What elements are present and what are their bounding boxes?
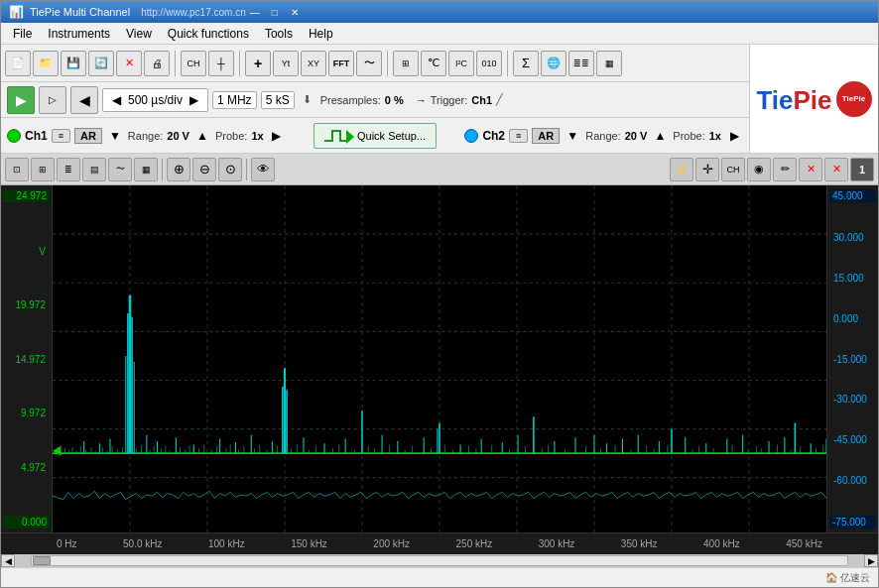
ct-cursor-btn[interactable]: ✛ (695, 158, 719, 181)
y-right-label-3: 0.000 (829, 313, 876, 324)
ct-pen-btn[interactable]: ✏ (773, 158, 797, 181)
x-axis-labels: 0 Hz 50.0 kHz 100 kHz 150 kHz 200 kHz 25… (53, 538, 826, 549)
menu-bar: File Instruments View Quick functions To… (1, 23, 878, 45)
ct-wave-btn[interactable]: 〜 (108, 158, 132, 181)
x-label-8: 400 kHz (703, 538, 740, 549)
presamples-label: Presamples: (320, 94, 381, 106)
toolbar-separator-1 (175, 51, 176, 76)
ct-number-badge: 1 (850, 158, 874, 181)
scrollbar-area[interactable]: ◀ ▶ (1, 554, 878, 567)
ch2-ar-button[interactable]: AR (532, 128, 560, 144)
minimize-button[interactable]: — (246, 4, 264, 20)
y-label-4: 4.972 (3, 462, 50, 473)
ch2-menu-button[interactable]: ≡ (509, 129, 528, 143)
sample-count-value: 5 kS (266, 93, 290, 107)
menu-quick-functions[interactable]: Quick functions (160, 25, 257, 43)
ch1-range-down[interactable]: ▼ (106, 126, 124, 146)
ct-zoom-out[interactable]: ⊖ (192, 158, 216, 181)
cursor-btn[interactable]: ┼ (208, 51, 234, 76)
save-button[interactable]: 💾 (61, 51, 86, 76)
ct-eye-btn[interactable]: 👁 (251, 158, 275, 181)
wave-btn[interactable]: 〜 (356, 51, 382, 76)
ch2-probe-value: 1x (709, 130, 721, 142)
ct-fill-btn[interactable]: ▦ (134, 158, 158, 181)
y-label-1: 19.972 (3, 299, 50, 310)
i2c-btn[interactable]: I²C (448, 51, 474, 76)
chart-toolbar: ⊡ ⊞ ≣ ▤ 〜 ▦ ⊕ ⊖ ⊙ 👁 ⚡ ✛ CH ◉ ✏ ✕ ✕ 1 (1, 154, 878, 185)
scroll-left-button[interactable]: ◀ (1, 554, 15, 567)
ch2-probe-inc[interactable]: ▶ (725, 126, 743, 146)
ch2-range-down[interactable]: ▼ (564, 126, 581, 146)
ct-del2-btn[interactable]: ✕ (824, 158, 848, 181)
ct-bar-btn[interactable]: ▤ (82, 158, 106, 181)
ct-del-btn[interactable]: ✕ (799, 158, 822, 181)
x-label-3: 150 kHz (291, 538, 327, 549)
y-label-2: 14.972 (3, 354, 50, 365)
ch1-ar-button[interactable]: AR (74, 128, 102, 144)
ch2-label: Ch2 (482, 129, 505, 143)
fft-btn[interactable]: FFT (328, 51, 354, 76)
ct-color-btn[interactable]: ◉ (747, 158, 771, 181)
maximize-button[interactable]: □ (266, 4, 284, 20)
title-bar: 📊 TiePie Multi Channel http://www.pc17.c… (1, 1, 878, 23)
spectrum-btn[interactable]: ≣≣ (568, 51, 594, 76)
channel-btn[interactable]: CH (181, 51, 206, 76)
menu-view[interactable]: View (118, 25, 160, 43)
freq-btn[interactable]: ℃ (421, 51, 446, 76)
ct-zoom-fit[interactable]: ⊙ (218, 158, 242, 181)
x-axis: 0 Hz 50.0 kHz 100 kHz 150 kHz 200 kHz 25… (1, 532, 878, 554)
time-div-inc[interactable]: ▶ (186, 90, 203, 110)
logo-circle: TiePie (836, 81, 872, 117)
measure-btn[interactable]: ⊞ (393, 51, 419, 76)
add-btn[interactable]: + (245, 51, 271, 76)
y-right-label-6: -45.000 (829, 434, 876, 445)
status-text: 🏠 亿速云 (825, 571, 870, 585)
scope2-btn[interactable]: ▦ (596, 51, 622, 76)
stop-button[interactable]: ✕ (116, 51, 142, 76)
y-right-unit: -75.000 (829, 516, 876, 529)
y-right-label-1: 30.000 (829, 232, 876, 243)
open-button[interactable]: 📁 (33, 51, 59, 76)
menu-instruments[interactable]: Instruments (40, 25, 118, 43)
ct-trigger-btn[interactable]: ⚡ (670, 158, 693, 181)
ch1-range-up[interactable]: ▲ (193, 126, 211, 146)
transport-toolbar: ▶ ▷ ◀ ◀ 500 µs/div ▶ 1 MHz 5 kS ⬇ Presam… (1, 82, 749, 118)
digital-btn[interactable]: 010 (476, 51, 502, 76)
ct-grid-btn[interactable]: ⊞ (31, 158, 55, 181)
scope-wrapper: 24.972 V 19.972 14.972 9.972 4.972 0.000 (1, 185, 878, 532)
ct-separator-1 (162, 159, 163, 180)
globe-btn[interactable]: 🌐 (541, 51, 566, 76)
scope-canvas[interactable] (53, 185, 826, 532)
ct-scope-icon[interactable]: ⊡ (5, 158, 29, 181)
close-button[interactable]: ✕ (286, 4, 304, 20)
trigger-value: Ch1 (471, 94, 492, 106)
ch1-probe-label: Probe: (215, 130, 247, 142)
yt-btn[interactable]: Yt (273, 51, 299, 76)
new-button[interactable]: 📄 (5, 51, 31, 76)
ch1-menu-button[interactable]: ≡ (52, 129, 70, 143)
print-button[interactable]: 🖨 (144, 51, 170, 76)
trigger-label: Trigger: (431, 94, 468, 106)
ct-zoom-in[interactable]: ⊕ (167, 158, 190, 181)
xy-btn[interactable]: XY (301, 51, 326, 76)
scrollbar-thumb[interactable] (33, 556, 51, 565)
x-label-7: 350 kHz (621, 538, 658, 549)
menu-file[interactable]: File (5, 25, 40, 43)
y-right-label-0: 45.000 (829, 189, 876, 202)
sigma-btn[interactable]: Σ (513, 51, 539, 76)
ct-ch-btn[interactable]: CH (721, 158, 745, 181)
scroll-right-button[interactable]: ▶ (864, 554, 878, 567)
back-button[interactable]: ◀ (70, 86, 98, 114)
ct-table-btn[interactable]: ≣ (57, 158, 80, 181)
menu-help[interactable]: Help (301, 25, 341, 43)
ch2-range-up[interactable]: ▲ (651, 126, 669, 146)
toolbar-separator-3 (387, 51, 388, 76)
menu-tools[interactable]: Tools (257, 25, 301, 43)
single-button[interactable]: ▷ (39, 86, 66, 114)
quick-setup-button[interactable]: Quick Setup... (314, 123, 437, 149)
time-div-dec[interactable]: ◀ (107, 90, 125, 110)
scrollbar-track[interactable] (31, 555, 848, 566)
ch1-probe-inc[interactable]: ▶ (268, 126, 286, 146)
play-button[interactable]: ▶ (7, 86, 35, 114)
refresh-button[interactable]: 🔄 (88, 51, 114, 76)
